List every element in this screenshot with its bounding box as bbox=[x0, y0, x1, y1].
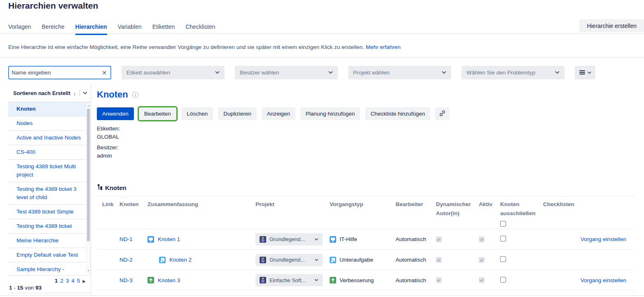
hierarchy-meta: Etiketten: GLOBAL Besitzer: admin bbox=[97, 125, 120, 162]
project-filter-placeholder: Projekt wählen bbox=[353, 70, 390, 76]
edit-button[interactable]: Bearbeiten bbox=[139, 107, 176, 120]
col-dynamic-author-line1: Dynamischer bbox=[436, 200, 479, 209]
page-link-3[interactable]: 3 bbox=[66, 278, 69, 284]
col-exclude-line1: Knoten bbox=[500, 200, 543, 209]
col-node: Knoten bbox=[119, 200, 148, 209]
dynamic-author-checkbox bbox=[436, 257, 442, 263]
issuetype-filter-placeholder: Wählen Sie den Problemtyp bbox=[466, 70, 535, 76]
set-issue-link[interactable]: Vorgang einstellen bbox=[581, 236, 626, 242]
page-link-4[interactable]: 4 bbox=[71, 278, 75, 284]
node-summary-link[interactable]: Knoten 2 bbox=[169, 257, 192, 263]
node-key-link[interactable]: ND-2 bbox=[119, 257, 148, 263]
list-item[interactable]: Empty Default value Test bbox=[8, 248, 91, 262]
list-item[interactable]: Test 4389 ticket Simple bbox=[8, 205, 91, 219]
dynamic-author-checkbox bbox=[436, 277, 442, 283]
more-filters-menu-button[interactable] bbox=[575, 66, 595, 79]
learn-more-link[interactable]: Mehr erfahren bbox=[366, 44, 401, 50]
node-summary-link[interactable]: Knoten 1 bbox=[158, 236, 180, 242]
delete-button[interactable]: Löschen bbox=[181, 107, 213, 120]
list-item[interactable]: Meine Hierarchie bbox=[8, 234, 91, 248]
col-link: Link bbox=[102, 200, 119, 209]
next-page-icon[interactable]: ▶ bbox=[82, 279, 86, 283]
list-item[interactable]: Active and Inactive Nodes bbox=[8, 131, 91, 145]
apply-button[interactable]: Anwenden bbox=[97, 107, 134, 120]
project-cell: Grundlegend... bbox=[255, 254, 330, 266]
table-row: ND-3 Knoten 3 Einfache Soft... bbox=[97, 270, 635, 290]
set-issue-link[interactable]: Vorgang einstellen bbox=[581, 277, 626, 283]
active-cell bbox=[479, 237, 500, 242]
table-row: ND-2 Knoten 2 Grundlegend... bbox=[97, 249, 635, 270]
hierarchy-admin-page: Hierarchien verwalten Vorlagen Bereiche … bbox=[0, 0, 644, 297]
project-dropdown[interactable]: Grundlegend... bbox=[255, 254, 323, 266]
range-of-label: von bbox=[25, 285, 34, 291]
scroll-down-icon[interactable]: ▼ bbox=[87, 269, 90, 272]
sort-separator bbox=[80, 90, 80, 97]
create-hierarchy-button[interactable]: Hierarchie erstellen bbox=[579, 19, 644, 32]
list-item[interactable]: Testing 4389 ticket Multi project bbox=[8, 160, 91, 182]
add-planning-button[interactable]: Planung hinzufügen bbox=[300, 107, 360, 120]
name-search-input[interactable] bbox=[12, 70, 102, 76]
show-button[interactable]: Anzeigen bbox=[262, 107, 295, 120]
summary-cell: Knoten 3 bbox=[148, 277, 255, 283]
owner-filter-dropdown[interactable]: Besitzer wählen bbox=[235, 66, 338, 79]
list-item-knoten[interactable]: Knoten bbox=[8, 102, 91, 116]
issue-type-label: Unteraufgabe bbox=[340, 257, 373, 263]
issuetype-filter-dropdown[interactable]: Wählen Sie den Problemtyp bbox=[461, 66, 564, 79]
list-item[interactable]: Nodes bbox=[8, 116, 91, 131]
info-icon[interactable]: i bbox=[132, 92, 138, 98]
exclude-cell bbox=[500, 236, 543, 243]
col-checklists: Checklisten bbox=[543, 200, 635, 209]
exclude-node-checkbox[interactable] bbox=[500, 236, 506, 241]
dynamic-author-cell bbox=[436, 237, 479, 242]
page-title: Hierarchien verwalten bbox=[8, 1, 98, 11]
project-dropdown-value: Grundlegend... bbox=[269, 236, 305, 242]
list-item[interactable]: Testing the 4389 ticket 3 level of child bbox=[8, 182, 91, 205]
range-total: 93 bbox=[35, 285, 42, 291]
chevron-down-icon[interactable] bbox=[83, 92, 87, 95]
exclude-node-checkbox[interactable] bbox=[500, 277, 506, 283]
assignee-cell: Automatisch bbox=[396, 257, 436, 263]
checklist-cell: Vorgang einstellen bbox=[543, 277, 635, 283]
node-key-link[interactable]: ND-1 bbox=[119, 236, 148, 242]
clear-icon[interactable]: ✕ bbox=[102, 70, 107, 76]
project-filter-dropdown[interactable]: Projekt wählen bbox=[348, 66, 451, 79]
exclude-all-checkbox[interactable] bbox=[500, 221, 506, 227]
page-bottom-divider bbox=[0, 295, 644, 296]
owner-filter-placeholder: Besitzer wählen bbox=[240, 70, 279, 76]
hamburger-icon bbox=[579, 69, 585, 77]
active-cell bbox=[479, 277, 500, 283]
table-header-row: Link Knoten Zusammenfassung Projekt Vorg… bbox=[97, 200, 635, 229]
list-item[interactable]: CS-400 bbox=[8, 145, 91, 160]
col-dynamic-author-line2: Autor(in) bbox=[436, 209, 479, 218]
node-key-link[interactable]: ND-3 bbox=[119, 277, 148, 283]
assignee-cell: Automatisch bbox=[396, 236, 436, 242]
add-checklist-button[interactable]: Checkliste hinzufügen bbox=[365, 107, 430, 120]
label-filter-dropdown[interactable]: Etikett auswählen bbox=[122, 66, 225, 79]
scroll-up-icon[interactable]: ▲ bbox=[87, 104, 90, 107]
sort-direction-icon[interactable]: ↓ bbox=[73, 90, 76, 96]
project-cell: Einfache Soft... bbox=[255, 274, 330, 286]
scrollbar-thumb[interactable] bbox=[87, 109, 90, 241]
col-exclude-line2: ausschließen bbox=[500, 209, 543, 218]
col-dynamic-author: Dynamischer Autor(in) bbox=[436, 200, 479, 218]
list-item[interactable]: Testing the 4389 ticket bbox=[8, 219, 91, 234]
active-checkbox bbox=[479, 277, 485, 283]
node-summary-link[interactable]: Knoten 3 bbox=[158, 277, 180, 283]
list-pagination: 12345▶ 1 - 15 von 93 bbox=[8, 275, 91, 293]
duplicate-button[interactable]: Duplizieren bbox=[218, 107, 257, 120]
it-help-icon bbox=[148, 236, 154, 243]
intro-text: Eine Hierarchie ist eine einfache Möglic… bbox=[8, 44, 400, 50]
sort-control[interactable]: Sortieren nach Erstellt ↓ bbox=[8, 84, 91, 102]
subtask-icon bbox=[159, 257, 166, 263]
subtask-icon bbox=[330, 257, 336, 263]
list-scrollbar[interactable]: ▲ ▼ bbox=[86, 103, 91, 274]
page-link-5[interactable]: 5 bbox=[77, 278, 80, 284]
exclude-node-checkbox[interactable] bbox=[500, 256, 506, 262]
list-item[interactable]: Sample Hierarchy - bbox=[8, 262, 91, 275]
summary-cell: Knoten 1 bbox=[148, 236, 255, 243]
summary-cell: Knoten 2 bbox=[148, 257, 255, 263]
project-dropdown[interactable]: Einfache Soft... bbox=[255, 274, 323, 286]
project-dropdown[interactable]: Grundlegend... bbox=[255, 233, 323, 246]
copy-link-button[interactable] bbox=[435, 107, 450, 120]
page-link-2[interactable]: 2 bbox=[60, 278, 63, 284]
